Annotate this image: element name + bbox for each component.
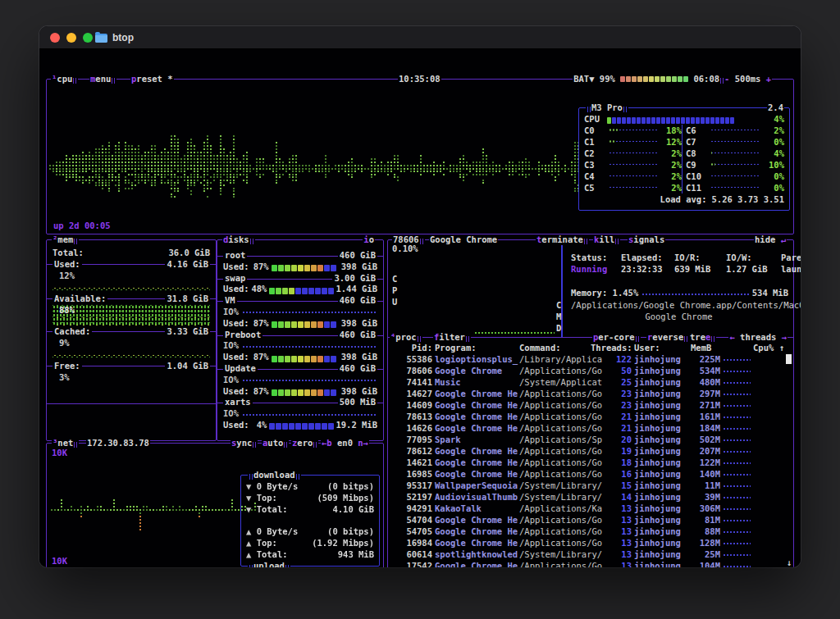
zoom-button[interactable] <box>83 33 93 43</box>
process-row[interactable]: 14627 Google Chrome He /Applications/Go … <box>388 388 793 399</box>
kill-button[interactable]: kill <box>593 234 620 245</box>
process-row[interactable]: 52197 AudiovisualThumb /System/Library/ … <box>388 491 793 503</box>
process-row[interactable]: 55386 logioptionsplus_ /Library/Applica … <box>388 353 793 365</box>
net-stat-row: ▼ Top: (509 Mibps) <box>246 492 374 503</box>
upload-title: upload <box>248 561 290 567</box>
core-row: C4 2% <box>584 171 682 182</box>
net-stats-panel: download upload ▼ 0 Byte/s (0 bitps) ▼ T… <box>240 475 380 567</box>
cmd-vertical-label: C <box>556 299 564 311</box>
mem-cached-row: Cached:3.33 GiB <box>52 325 210 337</box>
process-row[interactable]: 14621 Google Chrome He /Applications/Go … <box>388 457 793 468</box>
net-zero-toggle[interactable]: zero <box>291 438 318 448</box>
mem-free-pct: 3% <box>52 371 210 383</box>
core-row: C11 0% <box>686 182 784 193</box>
terminate-button[interactable]: terminate <box>536 234 589 245</box>
net-box: ³net 172.30.83.78 sync auto zero ←b en0 … <box>46 443 384 567</box>
disk-io-row: IO% <box>223 408 377 420</box>
net-auto-toggle[interactable]: auto <box>262 438 289 448</box>
mem-used-pct: 12% <box>52 270 210 281</box>
net-scale-bottom: 10K <box>52 555 67 567</box>
core-row: C3 2% <box>584 159 682 171</box>
tab-mem[interactable]: ²mem <box>52 234 79 245</box>
scroll-down-arrow[interactable]: ↓ <box>787 557 792 567</box>
process-list: 55386 logioptionsplus_ /Library/Applica … <box>388 353 793 567</box>
reverse-toggle[interactable]: reverse <box>646 332 689 343</box>
detail-field-labels: Status:Elapsed: IO/R:IO/W:Parent: <box>571 253 790 262</box>
signals-button[interactable]: signals <box>628 234 665 245</box>
cpu-model: M3 Pro <box>586 102 628 113</box>
process-row[interactable]: 78613 Google Chrome He /Applications/Go … <box>388 411 793 422</box>
tab-cpu[interactable]: ¹cpu <box>51 74 78 84</box>
disk-name-row: Update460 GiB <box>223 363 377 375</box>
tab-proc[interactable]: ⁴proc <box>390 332 422 343</box>
proc-column-headers: Pid: Program: Command: Threads: User: Me… <box>388 342 793 353</box>
cpu-history-graph <box>49 130 578 209</box>
net-stat-row: ▲ 0 Byte/s (0 bitps) <box>246 526 374 537</box>
scrollbar-thumb[interactable] <box>786 354 792 364</box>
col-threads[interactable]: Threads: <box>591 342 632 353</box>
process-row[interactable]: 77095 Spark /Applications/Sp 20 jinhojun… <box>388 434 793 445</box>
hide-button[interactable]: hide ↵ <box>754 234 787 245</box>
mem-available-pct: 88% <box>59 304 75 316</box>
process-row[interactable]: 16985 Google Chrome He /Applications/Go … <box>388 468 793 480</box>
process-row[interactable]: 54704 Google Chrome He /Applications/Go … <box>388 514 793 526</box>
col-memb[interactable]: MemB <box>691 342 711 353</box>
threads-nav[interactable]: ← threads → <box>728 332 788 343</box>
minimize-button[interactable] <box>66 33 76 43</box>
tab-io[interactable]: io <box>363 234 375 245</box>
col-user[interactable]: User: <box>634 342 660 353</box>
process-row[interactable]: 14626 Google Chrome He /Applications/Go … <box>388 422 793 434</box>
window-title: btop <box>112 32 134 43</box>
close-button[interactable] <box>50 33 60 43</box>
interval-decrease[interactable]: - <box>724 74 729 84</box>
disk-entry: Update460 GiB IO% Used: 87% 398 GiB <box>223 363 377 397</box>
download-stats: ▼ 0 Byte/s (0 bitps) ▼ Top: (509 Mibps) … <box>246 480 374 515</box>
terminal-window: btop ¹cpu menu preset * 10:35:08 BAT▼ 99… <box>39 26 801 567</box>
net-sync-toggle[interactable]: sync <box>231 438 258 448</box>
percore-toggle[interactable]: per-core <box>592 332 641 343</box>
tab-disks[interactable]: disks <box>222 234 255 245</box>
titlebar: btop <box>39 26 801 49</box>
disk-list: root460 GiB Used: 87% 398 GiB swa <box>223 250 377 431</box>
cpu-total-row: CPU 4% <box>584 113 784 125</box>
process-row[interactable]: 74141 Music /System/Applicat 25 jinhojun… <box>388 376 793 388</box>
process-row[interactable]: 95317 WallpaperSequoia /System/Library/ … <box>388 480 793 491</box>
filter-button[interactable]: filter <box>433 332 471 343</box>
col-pid[interactable]: Pid: <box>393 342 432 353</box>
net-interface-switcher[interactable]: ←b en0 n→ <box>321 438 369 448</box>
mem-available-row: Available:31.8 GiB <box>52 293 210 304</box>
process-row[interactable]: 60614 spotlightknowled /System/Library/ … <box>388 548 793 560</box>
process-row[interactable]: 94291 KakaoTalk /Applications/Ka 13 jinh… <box>388 503 793 514</box>
col-cpu[interactable]: Cpu% ↑ <box>746 342 784 353</box>
process-row[interactable]: 14609 Google Chrome He /Applications/Go … <box>388 399 793 411</box>
detail-cpu-panel: 0.10% C P U <box>388 240 563 337</box>
mem-divider <box>47 403 216 404</box>
battery-percent: 99% <box>600 74 615 84</box>
disk-name-row: Preboot460 GiB <box>223 330 377 341</box>
core-row: C8 4% <box>686 148 784 159</box>
menu-button[interactable]: menu <box>89 74 116 84</box>
core-row: C10 0% <box>686 171 784 182</box>
net-stat-row: ▲ Total: 943 MiB <box>246 548 374 560</box>
detail-name: Google Chrome <box>429 234 498 245</box>
process-row[interactable]: 54705 Google Chrome He /Applications/Go … <box>388 526 793 537</box>
core-row: C6 2% <box>686 125 784 136</box>
core-row: C5 2% <box>584 182 682 193</box>
net-stat-row: ▼ Total: 4.10 GiB <box>246 503 374 515</box>
col-program[interactable]: Program: <box>435 342 477 353</box>
battery-time: 06:08 <box>693 74 719 84</box>
mem-total-row: Total:36.0 GiB <box>52 247 210 258</box>
process-row[interactable]: 78612 Google Chrome He /Applications/Go … <box>388 445 793 457</box>
tab-net[interactable]: ³net <box>52 438 79 448</box>
process-row[interactable]: 17542 Google Chrome He /Applications/Go … <box>388 560 793 567</box>
interval-increase[interactable]: + <box>766 74 771 84</box>
mem-used-row: Used:4.16 GiB <box>52 258 210 270</box>
process-row[interactable]: 16984 Google Chrome He /Applications/Go … <box>388 537 793 548</box>
col-command[interactable]: Command: <box>519 342 561 353</box>
net-ip: 172.30.83.78 <box>86 438 150 448</box>
preset-button[interactable]: preset * <box>130 74 174 84</box>
tree-toggle[interactable]: tree <box>689 332 716 343</box>
cpu-total-meter <box>607 116 761 125</box>
download-title: download <box>248 470 301 480</box>
process-row[interactable]: 78606 Google Chrome /Applications/Go 50 … <box>388 365 793 376</box>
